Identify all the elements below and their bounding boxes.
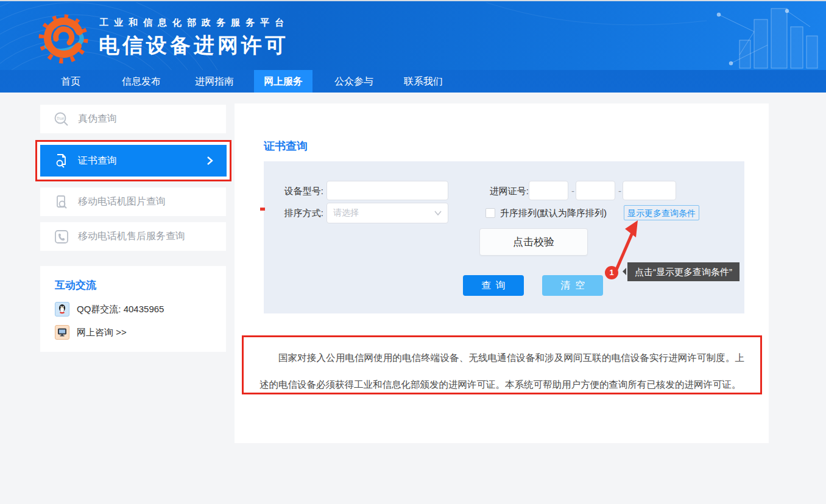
notice-text: 国家对接入公用电信网使用的电信终端设备、无线电通信设备和涉及网间互联的电信设备实… [259,345,744,398]
nav-item-home[interactable]: 首页 [41,70,100,93]
true-search-icon: True [54,111,69,127]
required-marker [260,208,265,211]
ascending-checkbox-label: 升序排列(默认为降序排列) [500,208,607,219]
sort-mode-label: 排序方式: [270,203,323,223]
annotation-red-box: 证书查询 [35,140,231,181]
site-title: 电信设备进网许可 [99,32,289,60]
device-model-label: 设备型号: [270,181,323,201]
page: 工业和信息化部政务服务平台 电信设备进网许可 首页 信息发布 进网指南 网上服务… [0,0,826,504]
qq-group-label: QQ群交流: 40435965 [77,304,164,315]
device-model-input[interactable] [327,181,448,200]
captcha-check-button[interactable]: 点击校验 [479,228,588,256]
section-title: 证书查询 [264,139,308,153]
site-logo-icon [38,11,89,67]
after-sale-phone-icon [54,229,69,245]
header-banner: 工业和信息化部政务服务平台 电信设备进网许可 [0,1,826,70]
interaction-title: 互动交流 [55,278,96,292]
qq-penguin-icon [55,302,69,317]
annotation-tooltip: 点击“显示更多查询条件” [627,262,740,281]
sidebar-item-label: 移动电话机售后服务查询 [78,230,185,243]
main-nav: 首页 信息发布 进网指南 网上服务 公众参与 联系我们 [0,70,826,93]
chevron-right-icon [206,156,213,166]
chevron-down-icon [434,211,442,215]
sidebar-item-phone-picture[interactable]: 移动电话机图片查询 [40,187,226,216]
sort-mode-select[interactable]: 请选择 [327,203,448,223]
online-consult-label: 网上咨询 >> [77,327,127,338]
nav-item-guide[interactable]: 进网指南 [185,70,244,93]
license-no-input-1[interactable] [529,181,568,200]
sidebar-item-after-sale[interactable]: 移动电话机售后服务查询 [40,222,226,251]
nav-item-public[interactable]: 公众参与 [325,70,383,93]
sidebar-item-authenticity[interactable]: True 真伪查询 [40,105,226,133]
sidebar-item-label: 证书查询 [78,155,117,167]
license-no-input-3[interactable] [623,181,676,200]
license-no-separator-1: - [571,181,574,201]
license-no-label: 进网证号: [483,181,529,201]
license-no-input-2[interactable] [576,181,615,200]
online-consult-link[interactable]: 网上咨询 >> [55,325,127,340]
phone-picture-search-icon [54,194,69,210]
sort-placeholder: 请选择 [333,208,359,219]
nav-item-news[interactable]: 信息发布 [112,70,171,93]
query-form-panel: 设备型号: 进网证号: - - 排序方式: 请选择 升序排列(默认为降序排列) … [264,161,744,313]
nav-item-contact[interactable]: 联系我们 [394,70,453,93]
monitor-icon [55,325,69,340]
sidebar-item-label: 移动电话机图片查询 [78,195,166,208]
qq-group-link[interactable]: QQ群交流: 40435965 [55,302,164,317]
interaction-card: 互动交流 QQ群交流: 40435965 [40,266,226,352]
svg-text:True: True [57,116,65,120]
license-no-separator-2: - [618,181,621,201]
sidebar-item-certificate-active[interactable]: 证书查询 [40,145,227,177]
platform-title: 工业和信息化部政务服务平台 [99,17,289,29]
notice-box: 国家对接入公用电信网使用的电信终端设备、无线电通信设备和涉及网间互联的电信设备实… [242,335,762,394]
nav-item-online-service[interactable]: 网上服务 [254,70,312,93]
sidebar-item-label: 真伪查询 [78,113,117,125]
certificate-search-icon [54,153,69,169]
ascending-checkbox[interactable] [485,208,495,218]
annotation-step-badge: 1 [605,266,618,279]
query-button[interactable]: 查询 [463,275,524,296]
clear-button[interactable]: 清空 [542,275,603,296]
